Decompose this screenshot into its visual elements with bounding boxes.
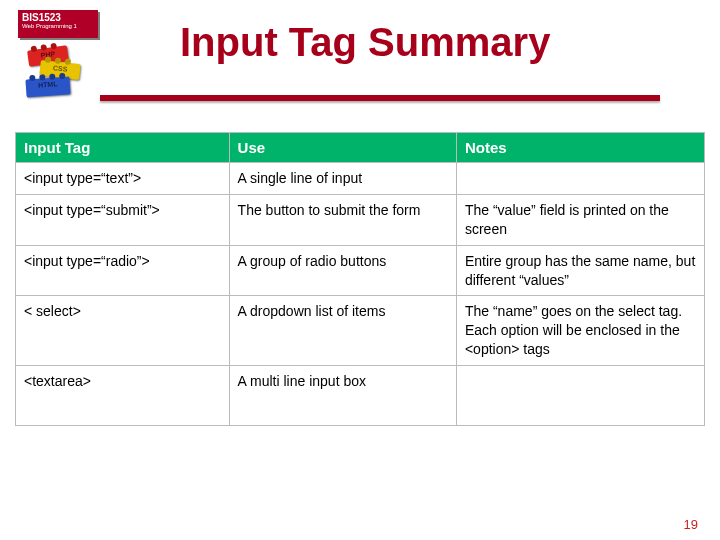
cell-use: A group of radio buttons bbox=[229, 245, 456, 296]
cell-use: A single line of input bbox=[229, 163, 456, 195]
table-row: < select> A dropdown list of items The “… bbox=[16, 296, 705, 366]
cell-notes: The “value” field is printed on the scre… bbox=[456, 194, 704, 245]
table-row: <input type=“submit”> The button to subm… bbox=[16, 194, 705, 245]
cell-notes bbox=[456, 366, 704, 426]
lego-icon: PHP CSS HTML bbox=[22, 48, 92, 108]
cell-notes bbox=[456, 163, 704, 195]
col-header-notes: Notes bbox=[456, 133, 704, 163]
course-badge: BIS1523 Web Programming 1 bbox=[18, 10, 98, 38]
cell-tag: < select> bbox=[16, 296, 230, 366]
cell-use: A dropdown list of items bbox=[229, 296, 456, 366]
cell-notes: The “name” goes on the select tag. Each … bbox=[456, 296, 704, 366]
cell-tag: <textarea> bbox=[16, 366, 230, 426]
cell-notes: Entire group has the same name, but diff… bbox=[456, 245, 704, 296]
table-row: <input type=“text”> A single line of inp… bbox=[16, 163, 705, 195]
slide-title: Input Tag Summary bbox=[180, 20, 550, 65]
page-number: 19 bbox=[684, 517, 698, 532]
cell-use: The button to submit the form bbox=[229, 194, 456, 245]
lego-brick-html: HTML bbox=[25, 76, 70, 97]
cell-use: A multi line input box bbox=[229, 366, 456, 426]
table-row: <input type=“radio”> A group of radio bu… bbox=[16, 245, 705, 296]
lego-label: HTML bbox=[38, 80, 58, 88]
lego-label: CSS bbox=[53, 64, 68, 72]
divider bbox=[100, 95, 660, 101]
course-code: BIS1523 bbox=[22, 12, 94, 23]
course-subtitle: Web Programming 1 bbox=[22, 23, 94, 30]
cell-tag: <input type=“radio”> bbox=[16, 245, 230, 296]
summary-table: Input Tag Use Notes <input type=“text”> … bbox=[15, 132, 705, 426]
table-row: <textarea> A multi line input box bbox=[16, 366, 705, 426]
cell-tag: <input type=“text”> bbox=[16, 163, 230, 195]
cell-tag: <input type=“submit”> bbox=[16, 194, 230, 245]
slide-header: BIS1523 Web Programming 1 PHP CSS HTML I… bbox=[0, 0, 720, 120]
col-header-use: Use bbox=[229, 133, 456, 163]
table-header-row: Input Tag Use Notes bbox=[16, 133, 705, 163]
col-header-tag: Input Tag bbox=[16, 133, 230, 163]
